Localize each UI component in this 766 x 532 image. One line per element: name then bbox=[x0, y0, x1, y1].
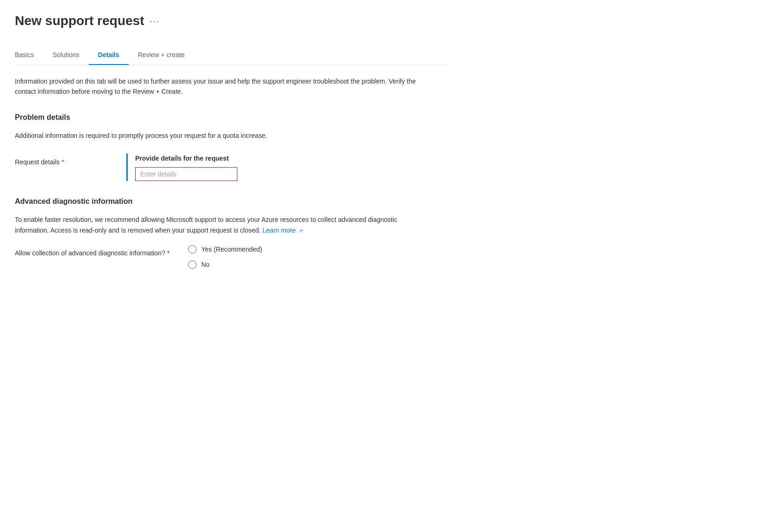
panel-title: Provide details for the request bbox=[135, 154, 450, 163]
enter-details-input[interactable] bbox=[135, 167, 237, 181]
tab-review-create[interactable]: Review + create bbox=[129, 45, 194, 65]
radio-group: Yes (Recommended) No bbox=[188, 245, 262, 270]
tab-description: Information provided on this tab will be… bbox=[15, 76, 433, 97]
request-details-row: Request details * Provide details for th… bbox=[15, 154, 450, 181]
tab-solutions[interactable]: Solutions bbox=[43, 45, 89, 65]
allow-collection-row: Allow collection of advanced diagnostic … bbox=[15, 245, 450, 270]
tab-basics[interactable]: Basics bbox=[15, 45, 43, 65]
diagnostic-description: To enable faster resolution, we recommen… bbox=[15, 214, 433, 235]
radio-no-option[interactable]: No bbox=[188, 260, 262, 270]
advanced-diagnostic-section: Advanced diagnostic information To enabl… bbox=[15, 196, 450, 270]
radio-yes-label: Yes (Recommended) bbox=[201, 245, 262, 254]
external-link-icon: ↗ bbox=[299, 228, 303, 234]
tab-details[interactable]: Details bbox=[89, 45, 129, 65]
allow-collection-label: Allow collection of advanced diagnostic … bbox=[15, 245, 170, 258]
radio-yes-option[interactable]: Yes (Recommended) bbox=[188, 245, 262, 254]
advanced-diagnostic-title: Advanced diagnostic information bbox=[15, 196, 450, 207]
radio-yes-circle bbox=[188, 245, 196, 253]
request-details-label: Request details * bbox=[15, 154, 108, 167]
more-options-icon[interactable]: ··· bbox=[150, 14, 160, 28]
tabs-container: Basics Solutions Details Review + create bbox=[15, 45, 450, 65]
page-header: New support request ··· bbox=[15, 11, 450, 31]
radio-no-circle bbox=[188, 260, 196, 269]
problem-details-section: Problem details Additional information i… bbox=[15, 112, 450, 181]
allow-collection-required-star: * bbox=[167, 248, 170, 258]
required-star: * bbox=[62, 157, 64, 167]
problem-details-title: Problem details bbox=[15, 112, 450, 123]
page-title: New support request bbox=[15, 11, 144, 31]
request-details-panel: Provide details for the request bbox=[126, 154, 450, 181]
learn-more-link[interactable]: Learn more ↗ bbox=[262, 227, 302, 234]
radio-no-label: No bbox=[201, 260, 210, 270]
page-container: New support request ··· Basics Solutions… bbox=[0, 0, 465, 296]
problem-details-description: Additional information is required to pr… bbox=[15, 130, 433, 141]
